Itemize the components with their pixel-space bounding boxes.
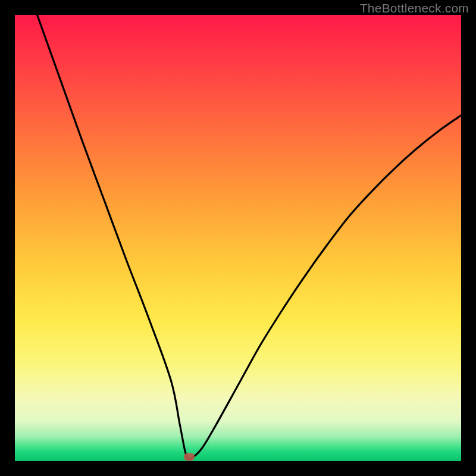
bottleneck-curve [15, 15, 461, 461]
chart-frame: TheBottleneck.com [0, 0, 476, 476]
optimal-point-marker [184, 453, 195, 461]
watermark-text: TheBottleneck.com [360, 1, 469, 15]
plot-area [15, 15, 461, 461]
